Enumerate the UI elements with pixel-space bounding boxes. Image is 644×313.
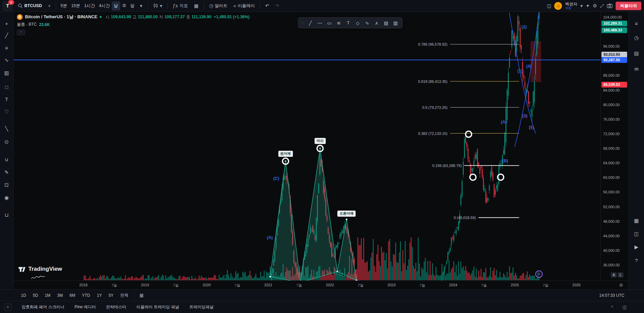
time-axis[interactable]: ⚙ 20187월20197월20207월20217월20227월20237월20… xyxy=(14,281,628,289)
log-scale-toggle[interactable]: L xyxy=(618,272,623,278)
range-1Y[interactable]: 1Y xyxy=(94,292,105,299)
interval-날[interactable]: 날 xyxy=(112,1,120,10)
price-label-chip[interactable]: 85,539.53 xyxy=(601,82,627,88)
rectangle-icon[interactable]: ▭ xyxy=(325,19,334,27)
magnet-tool-icon[interactable]: ∪ xyxy=(0,154,13,165)
price-label-chip[interactable]: 100,488.33 xyxy=(601,27,627,33)
collapse-legend-button[interactable]: ^ xyxy=(17,30,25,35)
text-tool-icon[interactable]: T xyxy=(0,94,13,104)
xabcd-pattern-icon[interactable]: ◇ xyxy=(353,19,362,27)
range-1D[interactable]: 1D xyxy=(18,292,29,299)
emoji-tool-icon[interactable]: ♡ xyxy=(0,107,13,117)
shapes-tool-icon[interactable]: □ xyxy=(0,82,13,92)
ohlc-key: 시 xyxy=(105,14,109,20)
crosshair-tool-icon[interactable]: + xyxy=(0,18,13,28)
watchlist-icon[interactable]: ≡ xyxy=(629,18,644,29)
sparks-icon[interactable]: ✦ xyxy=(586,3,590,8)
settings-gear-icon[interactable]: ⚙ xyxy=(593,3,597,8)
symbol-search-button[interactable]: BTCUSD xyxy=(15,1,45,10)
interval-달[interactable]: 달 xyxy=(128,1,137,10)
draw-mode-tool-icon[interactable]: ✎ xyxy=(0,167,13,177)
panel-tab[interactable]: 리플레이 트레이딩 패널 xyxy=(136,304,179,310)
interval-5분[interactable]: 5분 xyxy=(58,1,69,10)
redo-button[interactable]: ↷ xyxy=(273,1,282,10)
brush-icon[interactable]: ≋ xyxy=(334,19,343,27)
range-5D[interactable]: 5D xyxy=(30,292,41,299)
market-status-dot xyxy=(100,16,102,18)
range-1M[interactable]: 1M xyxy=(42,292,53,299)
measure-tool-icon[interactable]: ╲ xyxy=(0,124,13,134)
text-icon[interactable]: T xyxy=(344,19,353,27)
compare-add-symbol-button[interactable]: + xyxy=(45,1,53,10)
calendar-icon[interactable]: ▦ xyxy=(629,215,644,226)
go-to-date-icon[interactable]: ▦ xyxy=(137,293,146,298)
prediction-tool-icon[interactable]: ▥ xyxy=(0,68,13,78)
tradingview-menu-logo[interactable]: T 2 xyxy=(3,1,12,11)
screener-icon[interactable]: ◫ xyxy=(629,228,644,239)
time-axis-settings-gear-icon[interactable]: ⚙ xyxy=(619,283,623,288)
horizontal-line-icon[interactable]: ― xyxy=(315,19,325,27)
price-chart-canvas[interactable]: 0.786 (96,578.92)0.618 (86,413.35)0.5 (7… xyxy=(14,12,600,281)
panel-tab[interactable]: 전략테스터 xyxy=(106,304,126,310)
news-icon[interactable]: ▤ xyxy=(629,48,644,59)
trash-tool-icon[interactable]: ⊔ xyxy=(0,210,13,220)
alerts-icon[interactable]: ◷ xyxy=(629,32,644,43)
alert-button[interactable]: ◷ 얼러트 xyxy=(206,1,230,10)
range-YTD[interactable]: YTD xyxy=(79,292,93,299)
fib-retracement-tool-icon[interactable]: ≡ xyxy=(0,43,13,53)
interval-1시간[interactable]: 1시간 xyxy=(82,1,97,10)
layout-grid-button[interactable]: ▦ xyxy=(191,1,201,10)
interval-expand-chevron[interactable]: ▾ xyxy=(137,1,145,10)
hide-tool-icon[interactable]: ◉ xyxy=(0,193,13,203)
chart-style-button[interactable]: ▾ xyxy=(150,1,165,10)
replay-button[interactable]: « 리플레이 xyxy=(231,1,257,10)
price-label-chip[interactable]: 102,289.31 xyxy=(601,21,627,26)
elliott-wave-tool-icon[interactable]: ∿ xyxy=(0,55,13,65)
elliott-wave-icon[interactable]: ∿ xyxy=(363,19,372,27)
triangle-pattern-icon[interactable]: ∧ xyxy=(372,19,381,27)
publish-button[interactable]: 퍼블리쉬 xyxy=(616,2,641,10)
snapshot-camera-icon[interactable] xyxy=(607,3,613,8)
layout-panels-icon[interactable]: ◫ xyxy=(547,3,551,8)
floating-drawing-toolbar[interactable]: ∷ ╱―▭≋T◇∿∧▤▥ xyxy=(298,17,403,28)
volume-label[interactable]: 볼륨 · BTC xyxy=(17,22,37,27)
user-info[interactable]: 백경자 저장 xyxy=(565,2,577,10)
range-3M[interactable]: 3M xyxy=(54,292,66,299)
panel-layout-icon[interactable]: ◫ xyxy=(623,305,626,310)
help-icon[interactable]: ? xyxy=(629,255,644,266)
favorites-star-icon[interactable]: ☆ xyxy=(4,304,11,311)
collapse-panel-icon[interactable]: ^ xyxy=(611,305,613,310)
interval-4시간[interactable]: 4시간 xyxy=(97,1,112,10)
price-axis[interactable]: A L 104,000.0096,000.0088,000.0084,000.0… xyxy=(600,12,628,281)
range-전체[interactable]: 전체 xyxy=(118,291,131,299)
undo-button[interactable]: ↶ xyxy=(262,1,272,10)
long-position-icon[interactable]: ▤ xyxy=(382,19,391,27)
clock-utc[interactable]: 14:07:33 UTC xyxy=(599,293,624,298)
interval-15분[interactable]: 15분 xyxy=(69,1,82,10)
trend-line-icon[interactable]: ╱ xyxy=(306,19,315,27)
zoom-tool-icon[interactable]: ⊙ xyxy=(0,137,13,147)
chat-icon[interactable]: ✉ xyxy=(629,64,644,75)
panel-tab[interactable]: 트레이딩패널 xyxy=(189,304,214,310)
lock-tool-icon[interactable]: ⊡ xyxy=(0,180,13,190)
panel-tab[interactable]: Pine 에디터 xyxy=(75,304,96,310)
streams-icon[interactable]: ▶ xyxy=(629,242,644,252)
fullscreen-icon[interactable]: ⤢ xyxy=(600,3,604,8)
range-5Y[interactable]: 5Y xyxy=(106,292,116,299)
symbol-title[interactable]: Bitcoin / TetherUS · 1날 · BINANCE xyxy=(25,14,97,20)
chart-area[interactable]: 0.786 (96,578.92)0.618 (86,413.35)0.5 (7… xyxy=(14,12,628,289)
user-menu-chevron-icon[interactable]: ▾ xyxy=(580,3,583,8)
drag-handle-icon[interactable]: ∷ xyxy=(300,21,306,25)
username: 백경자 xyxy=(565,2,577,6)
user-avatar[interactable]: ☺ xyxy=(554,2,562,10)
range-6M[interactable]: 6M xyxy=(67,292,78,299)
auto-scale-toggle[interactable]: A xyxy=(611,272,617,278)
scroll-to-recent-button[interactable]: ⚡ xyxy=(535,270,543,278)
price-label-chip[interactable]: 93,013.93 xyxy=(601,52,627,57)
trend-line-tool-icon[interactable]: ╱ xyxy=(0,30,13,41)
price-label-chip[interactable]: 92,287.55 xyxy=(601,57,627,63)
interval-주[interactable]: 주 xyxy=(120,1,129,10)
bars-pattern-icon[interactable]: ▥ xyxy=(391,19,400,27)
indicators-button[interactable]: ƒx 지표 xyxy=(170,1,191,10)
panel-tab[interactable]: 암호화폐 페어 스크리너 xyxy=(22,304,65,310)
